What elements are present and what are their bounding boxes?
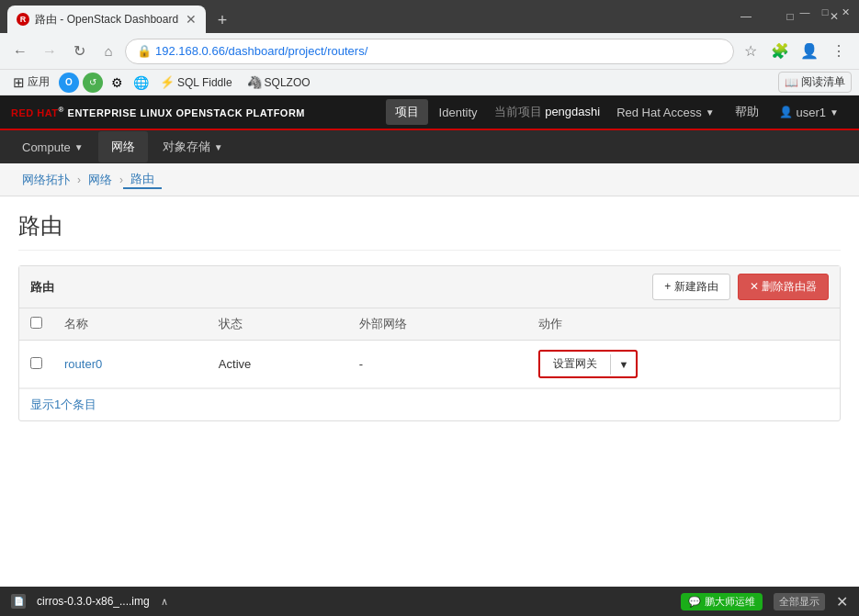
- redhat-access-menu[interactable]: Red Hat Access ▼: [607, 101, 723, 124]
- nav-project[interactable]: 项目: [386, 99, 428, 125]
- routers-table: 名称 状态 外部网络 动作 router0: [19, 308, 840, 388]
- fullscreen-button[interactable]: 全部显示: [774, 593, 825, 610]
- subnav-network[interactable]: 网络: [98, 131, 148, 162]
- bookmarks-bar: ⊞ 应用 O ↺ ⚙ 🌐 ⚡ SQL Fiddle 🦓 SQLZOO 📖 阅读清…: [0, 70, 859, 95]
- bookmark-star-icon[interactable]: ☆: [738, 39, 763, 64]
- table-footer: 显示1个条目: [19, 388, 840, 420]
- table-row: router0 Active - 设置网关 ▼: [19, 341, 840, 388]
- forward-button[interactable]: →: [37, 39, 62, 64]
- new-tab-button[interactable]: +: [209, 7, 235, 33]
- action-dropdown-button[interactable]: ▼: [610, 354, 636, 375]
- tab-favicon: R: [17, 13, 29, 26]
- router-external-network: -: [359, 357, 363, 371]
- tab-title: 路由 - OpenStack Dashboard: [35, 12, 178, 28]
- statusbar: 📄 cirros-0.3.0-x86_....img ∧ 💬 鹏大师运维 全部显…: [0, 587, 859, 616]
- storage-arrow-icon: ▼: [214, 142, 223, 152]
- download-chevron-icon[interactable]: ∧: [161, 596, 168, 608]
- router-status: Active: [219, 357, 251, 371]
- extensions-icon[interactable]: 🧩: [767, 39, 793, 64]
- close-statusbar-button[interactable]: ✕: [836, 593, 848, 610]
- breadcrumb-routers[interactable]: 路由: [123, 171, 162, 189]
- current-project-label: 当前项目 pengdashi: [489, 99, 606, 125]
- redhat-logo: RED HAT® ENTERPRISE LINUX OPENSTACK PLAT…: [11, 106, 386, 118]
- topnav: RED HAT® ENTERPRISE LINUX OPENSTACK PLAT…: [0, 95, 859, 130]
- menu-icon[interactable]: ⋮: [826, 39, 852, 64]
- subnav-storage[interactable]: 对象存储 ▼: [150, 131, 236, 162]
- col-actions-header: 动作: [527, 308, 840, 341]
- col-name-header: 名称: [53, 308, 208, 341]
- delete-router-button[interactable]: ✕ 删除路由器: [738, 274, 829, 300]
- address-bar[interactable]: 🔒 192.168.0.66/dashboard/project/routers…: [125, 39, 734, 64]
- nav-help[interactable]: 帮助: [726, 99, 768, 125]
- col-status-header: 状态: [208, 308, 348, 341]
- user-arrow: ▼: [830, 107, 839, 118]
- compute-arrow-icon: ▼: [74, 142, 84, 152]
- home-button[interactable]: ⌂: [96, 39, 121, 64]
- bookmark-sqlfiddle[interactable]: ⚡ SQL Fiddle: [154, 73, 238, 91]
- bookmark-apps[interactable]: ⊞ 应用: [7, 73, 55, 93]
- table-toolbar: 路由 + 新建路由 ✕ 删除路由器: [19, 266, 840, 308]
- table-section: 路由 + 新建路由 ✕ 删除路由器 名称 状态: [18, 265, 841, 421]
- row-checkbox[interactable]: [30, 357, 42, 369]
- minimize-button[interactable]: —: [798, 6, 811, 18]
- router-link[interactable]: router0: [64, 357, 102, 371]
- back-button[interactable]: ←: [7, 39, 33, 64]
- bookmark-ext3[interactable]: ⚙: [107, 73, 127, 93]
- table-section-title: 路由: [30, 279, 652, 296]
- download-icon: 📄: [11, 594, 26, 609]
- set-gateway-button[interactable]: 设置网关: [540, 352, 610, 376]
- bookmark-ext4[interactable]: 🌐: [130, 73, 151, 93]
- nav-identity[interactable]: Identity: [430, 101, 487, 124]
- breadcrumb-nav: 网络拓扑 › 网络 › 路由: [0, 163, 859, 196]
- close-window-button[interactable]: ✕: [839, 6, 852, 18]
- profile-icon[interactable]: 👤: [797, 39, 822, 64]
- tab-close-icon[interactable]: ✕: [186, 12, 197, 27]
- bookmark-ext2[interactable]: ↺: [83, 73, 103, 93]
- select-all-checkbox[interactable]: [30, 317, 42, 329]
- minimize-icon[interactable]: —: [725, 3, 767, 30]
- page-title: 路由: [18, 211, 841, 251]
- subnav: Compute ▼ 网络 对象存储 ▼: [0, 130, 859, 163]
- breadcrumb-topology[interactable]: 网络拓扑: [15, 172, 77, 188]
- bookmark-sqlzoo[interactable]: 🦓 SQLZOO: [242, 73, 316, 91]
- subnav-compute[interactable]: Compute ▼: [9, 133, 96, 162]
- current-project-value: pengdashi: [545, 105, 600, 118]
- action-group: 设置网关 ▼: [538, 350, 638, 378]
- bookmark-ext1[interactable]: O: [59, 73, 79, 93]
- reload-button[interactable]: ↻: [66, 39, 92, 64]
- breadcrumb-network[interactable]: 网络: [81, 172, 119, 188]
- address-text: 192.168.0.66/dashboard/project/routers/: [155, 44, 367, 58]
- user-menu[interactable]: 👤 user1 ▼: [770, 101, 848, 124]
- col-network-header: 外部网络: [348, 308, 528, 341]
- col-checkbox: [19, 308, 53, 341]
- wechat-badge[interactable]: 💬 鹏大师运维: [681, 593, 763, 610]
- redhat-access-arrow: ▼: [706, 107, 715, 118]
- download-filename: cirros-0.3.0-x86_....img: [37, 595, 150, 608]
- main-content: 路由 路由 + 新建路由 ✕ 删除路由器: [0, 196, 859, 495]
- bookmark-readinglist[interactable]: 📖 阅读清单: [778, 72, 852, 93]
- new-router-button[interactable]: + 新建路由: [652, 274, 729, 300]
- browser-tab[interactable]: R 路由 - OpenStack Dashboard ✕: [7, 6, 206, 33]
- restore-button[interactable]: □: [819, 6, 831, 18]
